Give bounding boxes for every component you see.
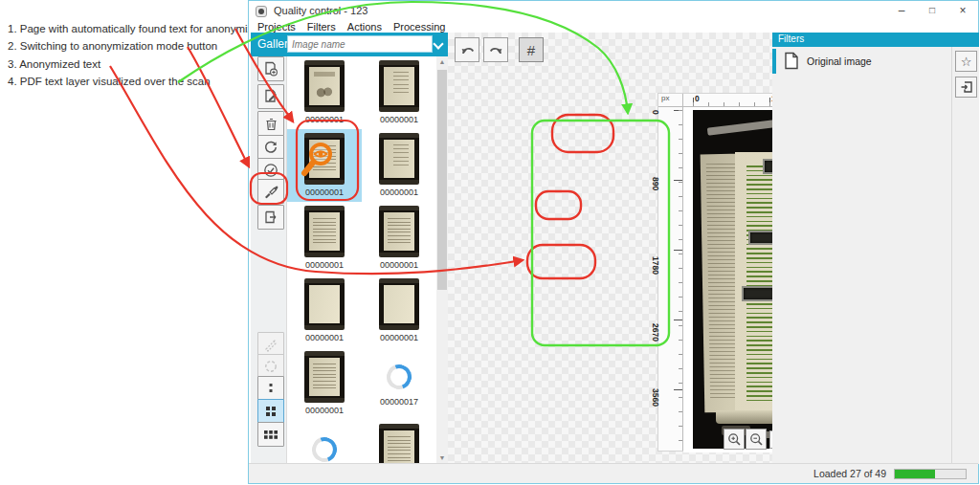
status-bar: Loaded 27 of 49 xyxy=(249,463,978,483)
maximize-button[interactable]: □ xyxy=(917,1,947,21)
grid-2x2-icon xyxy=(264,405,278,418)
thumbnail-grid: 00000001 00000001 00000001 00000001 xyxy=(287,56,436,464)
grid-2x2-view-button[interactable] xyxy=(257,399,284,424)
loading-spinner-icon xyxy=(308,433,342,464)
export-door-icon xyxy=(960,80,973,94)
zoom-in-icon xyxy=(727,432,742,447)
list-view-icon xyxy=(265,382,277,395)
chevron-down-icon[interactable] xyxy=(434,40,442,48)
scanner-part xyxy=(707,119,782,135)
note-1: 1. Page with automatically found text fo… xyxy=(8,23,277,34)
document-icon xyxy=(784,52,799,70)
loading-progress-bar xyxy=(894,469,967,479)
ruler-tick-label: 0 xyxy=(651,110,660,115)
minimize-button[interactable]: – xyxy=(886,1,917,21)
pen-icon xyxy=(263,337,278,352)
export-filter-button[interactable] xyxy=(955,77,977,98)
selected-accent-bar xyxy=(772,49,776,74)
thumbnail-loading: 00000017 xyxy=(362,347,436,420)
loaded-status: Loaded 27 of 49 xyxy=(813,468,886,479)
loading-spinner-icon xyxy=(383,361,416,394)
edit-page-button[interactable] xyxy=(257,84,284,109)
export-page-button[interactable] xyxy=(257,205,284,230)
app-icon xyxy=(256,6,267,17)
thumbnail-label: 00000001 xyxy=(380,260,418,270)
add-page-button[interactable] xyxy=(257,56,284,81)
thumbnail[interactable]: 00000001 xyxy=(362,56,436,129)
ruler-unit: px xyxy=(658,94,683,107)
trash-icon xyxy=(264,117,278,131)
thumbnail[interactable]: 00000001 xyxy=(287,275,362,347)
zoom-out-button[interactable] xyxy=(746,429,767,450)
zoom-out-icon xyxy=(749,432,764,447)
viewer-area: # px 0 1000 2000 0 xyxy=(448,33,772,464)
grid-toggle-button[interactable]: # xyxy=(519,37,544,62)
edit-page-icon xyxy=(263,89,278,104)
progress-fill xyxy=(895,470,935,478)
thumbnail[interactable]: 00000001 xyxy=(287,202,362,275)
export-icon xyxy=(263,209,278,225)
list-view-button[interactable] xyxy=(257,376,284,401)
rotate-icon xyxy=(263,359,278,374)
anonymization-preview-icon xyxy=(301,141,335,177)
filter-item-original-image[interactable]: Original image xyxy=(772,49,950,74)
thumbnail-label: 00000001 xyxy=(305,187,344,197)
thumbnail[interactable]: 00000001 xyxy=(287,56,362,129)
thumbnail-label: 00000001 xyxy=(305,406,344,415)
note-4: 4. PDF text layer visualized over the sc… xyxy=(8,76,211,87)
title-bar: Quality control - 123 – □ × xyxy=(249,1,978,21)
thumbnail[interactable]: 00000001 xyxy=(362,202,436,275)
filters-side-toolbar: ☆ xyxy=(951,47,979,464)
ruler-tick-label: 890 xyxy=(651,177,660,190)
scroll-up-icon[interactable]: ▲ xyxy=(436,56,448,68)
thumbnail-label: 00000001 xyxy=(305,260,344,270)
thumbnail[interactable]: 00000001 xyxy=(362,129,436,202)
delete-button[interactable] xyxy=(257,111,284,136)
redo-button[interactable] xyxy=(483,37,508,62)
thumbnail-label: 00000001 xyxy=(380,187,418,197)
thumbnail-label: 00000001 xyxy=(305,115,344,124)
thumbnail[interactable] xyxy=(362,420,436,464)
undo-icon xyxy=(459,43,476,57)
thumbnail[interactable]: 00000001 xyxy=(287,347,362,420)
gallery-header: Gallery xyxy=(251,33,448,56)
brush-icon xyxy=(263,184,279,200)
ruler-tick-label: 3560 xyxy=(651,388,660,407)
check-circle-icon xyxy=(263,163,278,178)
anonymization-mode-button[interactable] xyxy=(257,179,284,204)
vertical-ruler: 0 890 1780 2670 3560 xyxy=(658,107,683,451)
window-title: Quality control - 123 xyxy=(274,5,368,16)
filters-panel: Filters Original image ☆ xyxy=(772,33,979,464)
gallery-scrollbar[interactable]: ▲ ▼ xyxy=(436,56,448,464)
thumbnail-label: 00000001 xyxy=(380,115,418,124)
refresh-icon xyxy=(263,140,278,155)
note-2: 2. Switching to anonymization mode butto… xyxy=(8,40,217,52)
red-arrow-2 xyxy=(188,47,249,166)
gallery-search-input[interactable] xyxy=(287,35,433,53)
thumbnail-label: 00000001 xyxy=(380,333,418,342)
thumbnail-loading xyxy=(287,420,362,464)
refresh-button[interactable] xyxy=(257,135,284,160)
favorite-star-button[interactable]: ☆ xyxy=(955,51,977,72)
close-button[interactable]: × xyxy=(947,1,978,21)
scrollbar-thumb[interactable] xyxy=(437,70,447,290)
redo-icon xyxy=(488,43,504,57)
ruler-tick-label: 1780 xyxy=(651,256,660,275)
app-window: Quality control - 123 – □ × Projects Fil… xyxy=(248,0,979,484)
grid-3x3-view-button[interactable] xyxy=(257,422,284,447)
add-page-icon xyxy=(263,61,278,77)
grid-3x3-icon xyxy=(263,429,278,440)
thumbnail-label: 00000001 xyxy=(305,333,344,342)
ruler-tick-label: 0 xyxy=(695,94,700,103)
thumbnail-label: 00000017 xyxy=(380,397,418,407)
ruler-tick-label: 2670 xyxy=(651,323,660,342)
thumbnail-selected[interactable]: 00000001 xyxy=(287,129,362,202)
note-3: 3. Anonymized text xyxy=(8,58,100,70)
zoom-in-button[interactable] xyxy=(724,429,745,450)
gallery-tool-strip xyxy=(251,56,287,464)
thumbnail[interactable]: 00000001 xyxy=(362,275,436,347)
star-icon: ☆ xyxy=(961,55,972,69)
filters-header: Filters xyxy=(772,33,979,47)
undo-button[interactable] xyxy=(455,37,479,62)
screenshot-stage: 1. Page with automatically found text fo… xyxy=(0,0,980,485)
